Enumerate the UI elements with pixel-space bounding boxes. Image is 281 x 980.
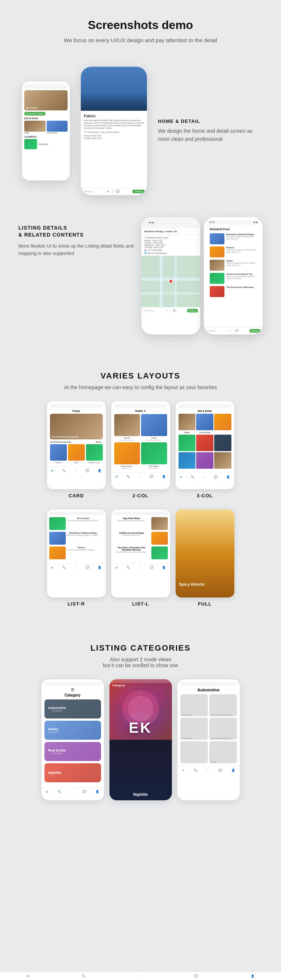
grid-tab-user[interactable]: 👤 [232,769,235,772]
grid-tab-home[interactable]: ⊞ [182,769,184,772]
3col-tab-heart[interactable]: ♡ [203,475,205,479]
cat-list-item-automotive[interactable]: Automotive 4 locations [45,699,101,719]
cat-list-menu-icon[interactable]: ☰ [45,688,101,692]
map-comment-icon[interactable]: 💬 [173,309,176,312]
listl-tab-user[interactable]: 👤 [162,566,166,569]
card-mini-text-2: Fabric [68,461,85,464]
chat-bar: Chat with... ↗ ♡ 💬 Booking [81,188,147,195]
3col-tab-chat[interactable]: 💬 [214,475,218,479]
tab-heart[interactable]: ♡ [74,469,77,473]
3col-tab-home[interactable]: ⊞ [180,475,182,479]
related-item-1: Blackfriars Railway Bridge The historic … [210,233,257,244]
page-title: Screenshots demo [29,18,252,32]
ag-item-3[interactable]: Luxury Home [180,718,208,740]
back-button[interactable]: ← [84,70,87,73]
location-name: Sky Garden [38,143,48,145]
grid-tab-chat[interactable]: 💬 [219,769,222,772]
listl-tab-search[interactable]: 🔍 [126,566,130,569]
listl-title-3: Very Berry Chocolate Chia Breakfast Mous… [113,546,150,551]
cat-list-tab-heart[interactable]: ♡ [70,790,73,793]
listing-text: LISTING DETAILS & RELATED CONTENTS More … [18,217,134,258]
threecol-layout-mockup: Eat & Drink Fabric Luxury Home [176,401,234,498]
listl-text-2: Healthy-as Curried Egg I honestly think … [113,532,150,536]
hero-image: Sky Garden [24,90,68,110]
tab-home[interactable]: ⊞ [51,469,54,473]
listl-tab-chat[interactable]: 💬 [150,566,153,569]
grid-tab-search[interactable]: 🔍 [193,769,197,772]
listl-tab-home[interactable]: ⊞ [115,566,118,569]
detail-address-row: 📍 Knightsbridge, London, United Kingdom [84,131,144,133]
related-screen: 10:03▶◀ Related Post Blackfriars Railway… [204,217,263,334]
2col-tab-home[interactable]: ⊞ [115,475,118,478]
rel-comment-icon[interactable]: 💬 [235,329,239,332]
related-title-4: Venom Accounting & Tax [226,273,257,275]
browse-btn[interactable]: Browse More Places [24,112,46,116]
grid-tab-heart[interactable]: ♡ [206,769,209,772]
detail-address: Knightsbridge, London, United Kingdom [87,131,120,133]
ag-item-6[interactable]: Macre... [209,741,237,763]
ag-item-4[interactable]: Venom Accounting & T... [209,718,237,740]
varies-section: VARIES LAYOUTS At the homepage we can ea… [0,356,281,628]
listr-layout-mockup: Sky Garden The venue arranges glass dome… [47,509,106,607]
2col-img-1 [114,414,140,436]
ag-item-1[interactable]: Sky Garden [180,694,208,716]
listr-sub-2: Blackfriars Railway Bridge is a railway.… [67,534,99,536]
cat-list-tab-home[interactable]: ⊞ [46,790,48,793]
listr-tab-search[interactable]: 🔍 [62,566,66,569]
listr-tab-chat[interactable]: 💬 [86,566,89,569]
cat-list-item-hotels[interactable]: Hotels 3 locations [45,721,101,740]
detail-hero: ← [81,67,147,111]
cat-list-tab-chat[interactable]: 💬 [83,790,86,793]
rel-share-icon[interactable]: ↗ [228,329,230,332]
book-button[interactable]: Booking [132,189,145,193]
map-share-icon[interactable]: ↗ [166,309,168,312]
chat-icon[interactable]: 💬 [116,190,120,193]
listl-content: Egg Salad Wrap I honestly think the nut … [111,509,170,563]
related-content-1: Blackfriars Railway Bridge The historic … [226,233,257,240]
3col-tab-search[interactable]: 🔍 [191,475,194,479]
ag-item-2[interactable]: Blackfriars Railway Bri... [209,694,237,716]
2col-text-2: FabricBase disco nasce... [141,437,167,441]
ag-grid: Sky Garden Blackfriars Railway Bri... Lu… [180,694,237,763]
tab-search[interactable]: 🔍 [62,469,66,473]
tab-user[interactable]: 👤 [98,469,101,473]
heart-icon[interactable]: ♡ [111,190,114,193]
card-mini-img-2 [68,444,85,461]
3col-img-4 [179,434,196,451]
tab-chat[interactable]: 💬 [86,469,89,473]
map-back-icon[interactable]: ← [144,221,147,224]
listr-sub-3: A nice to start simple and modern... [67,549,96,551]
ek-category-label: Category [112,684,125,687]
2col-text-1: PansenBase disco nasce... [114,437,140,441]
2col-tab-user[interactable]: 👤 [162,475,166,478]
related-item-2: Pansen Take this awesome on 22nd October… [210,247,257,258]
cat-item-content-auto: Automotive 4 locations [48,706,67,712]
detail-title: Fabric [84,114,144,118]
3col-tab-user[interactable]: 👤 [226,475,230,479]
share-icon[interactable]: ↗ [107,190,109,193]
related-action-icons: ↗ ♡ 💬 [228,329,239,332]
2col-tab-chat[interactable]: 💬 [150,475,153,478]
card-mini-row: Pansen Fabric Arizona Luxor [50,444,103,464]
ag-item-5[interactable] [180,741,208,763]
full-phone-screen: Spicy Kimchi ⊞ 🔍 ♡ 💬 👤 [176,509,234,597]
related-book-btn[interactable]: Booking [249,329,260,332]
3col-img-5 [196,434,213,451]
section-tag-home: HOME & DETAIL [158,118,259,124]
2col-tab-search[interactable]: 🔍 [126,475,130,478]
map-screen: ← 10:03 Blackfriars Bridge, London, UK 📍… [141,217,200,334]
cat-list-item-realestate[interactable]: Real Estate 2 locations [45,742,101,761]
listr-tab-home[interactable]: ⊞ [51,566,54,569]
cat-list-tab-search[interactable]: 🔍 [57,790,61,793]
map-heart-icon[interactable]: ♡ [169,309,172,312]
map-title: 10:03 [148,221,154,224]
2col-img-3 [114,442,140,465]
listl-tab-heart[interactable]: ♡ [139,566,141,569]
2col-tab-heart[interactable]: ♡ [139,475,141,478]
rel-heart-icon[interactable]: ♡ [232,329,234,332]
cat-list-tab-user[interactable]: 👤 [96,790,99,793]
cat-list-item-nightlife[interactable]: Nightlife [45,763,101,782]
listr-tab-user[interactable]: 👤 [98,566,101,569]
map-book-btn[interactable]: Booking [187,309,198,312]
listr-tab-heart[interactable]: ♡ [74,566,77,569]
